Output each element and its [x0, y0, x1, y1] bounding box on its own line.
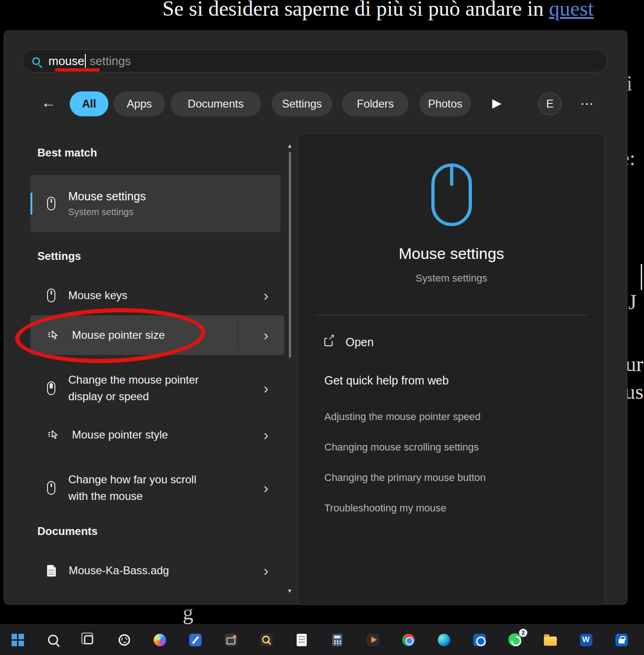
chatgpt-app[interactable] — [115, 631, 133, 649]
quick-help-header: Get quick help from web — [324, 374, 449, 387]
result-mouse-pointer-style[interactable]: Mouse pointer style › — [30, 415, 284, 455]
document-fragment: ur — [626, 352, 643, 376]
chevron-right-icon[interactable]: › — [263, 562, 268, 579]
mouse-settings-icon — [431, 163, 472, 226]
result-mouse-keys[interactable]: Mouse keys › — [30, 276, 284, 315]
word-app[interactable]: W — [577, 631, 595, 649]
scrollbar-thumb[interactable] — [289, 152, 291, 358]
password-manager-app[interactable] — [257, 631, 275, 649]
pointer-icon — [47, 329, 59, 341]
notification-badge: 2 — [519, 629, 527, 637]
document-hyperlink[interactable]: quest — [549, 0, 594, 20]
mouse-icon — [47, 381, 55, 395]
chevron-right-icon[interactable]: › — [263, 380, 268, 397]
account-avatar[interactable]: E — [538, 92, 561, 115]
help-link-pointer-speed[interactable]: Adjusting the mouse pointer speed — [324, 411, 481, 423]
whatsapp-app[interactable]: 2 — [506, 631, 524, 649]
outlook-app[interactable] — [470, 631, 489, 649]
open-icon: ↗ — [324, 338, 333, 346]
media-player-app[interactable] — [364, 631, 382, 649]
result-label: Mouse-Ka-Bass.adg — [69, 562, 169, 579]
store-icon — [615, 634, 628, 646]
search-icon — [32, 57, 40, 65]
edge-app[interactable] — [435, 631, 453, 649]
results-scrollbar[interactable]: ▲ ▼ — [286, 31, 294, 604]
open-label: Open — [346, 336, 374, 349]
chevron-right-icon[interactable]: › — [263, 287, 268, 304]
designer-app[interactable] — [186, 631, 204, 649]
result-change-scroll-distance[interactable]: Change how far you scroll with the mouse… — [30, 464, 284, 512]
start-button[interactable] — [8, 631, 27, 649]
scroll-down-icon[interactable]: ▼ — [287, 588, 292, 594]
chevron-right-icon[interactable]: › — [263, 480, 268, 497]
result-label: Mouse keys — [68, 287, 127, 304]
best-match-item[interactable]: Mouse settings System settings — [30, 175, 280, 232]
preview-title: Mouse settings — [298, 245, 604, 263]
open-action[interactable]: ↗ Open — [324, 331, 374, 353]
copilot-app[interactable] — [150, 631, 169, 649]
document-headline-text: Se si desidera saperne di più si può and… — [162, 0, 549, 20]
task-view-button[interactable] — [79, 631, 98, 649]
help-link-troubleshooting[interactable]: Troubleshooting my mouse — [324, 502, 447, 514]
text-caret — [85, 54, 86, 68]
mouse-icon — [47, 288, 55, 302]
result-label: Change the mouse pointer display or spee… — [68, 372, 202, 405]
pencil-app-icon — [189, 634, 202, 646]
more-options-button[interactable]: … — [580, 92, 595, 108]
tab-apps[interactable]: Apps — [113, 91, 165, 116]
calculator-app[interactable] — [328, 631, 346, 649]
search-input[interactable]: mouse settings — [23, 49, 608, 72]
tab-photos[interactable]: Photos — [419, 91, 471, 116]
section-header-settings: Settings — [37, 250, 81, 263]
back-icon[interactable]: ← — [41, 94, 56, 111]
document-table-edge — [641, 264, 642, 290]
preview-divider — [315, 315, 588, 315]
document-fragment: us — [625, 379, 644, 404]
windows-logo-icon — [12, 634, 17, 639]
edge-icon — [438, 634, 450, 646]
store-app[interactable] — [612, 631, 631, 649]
camera-app-icon — [225, 634, 237, 646]
chevron-right-icon[interactable]: › — [263, 327, 268, 344]
tabs-overflow-icon[interactable]: ▶ — [492, 96, 501, 110]
search-flyout: mouse settings ← All Apps Documents Sett… — [4, 30, 627, 605]
help-link-primary-button[interactable]: Changing the primary mouse button — [324, 472, 486, 484]
folder-icon — [544, 637, 557, 646]
scroll-up-icon[interactable]: ▲ — [287, 143, 292, 149]
taskbar: 2 W — [0, 624, 644, 655]
taskbar-search-button[interactable] — [44, 631, 62, 649]
tab-all[interactable]: All — [70, 91, 108, 116]
notepad-icon — [297, 634, 307, 646]
preview-subtitle: System settings — [298, 272, 604, 284]
filter-tabs: ← All Apps Documents Settings Folders Ph… — [4, 91, 627, 117]
tab-settings[interactable]: Settings — [272, 91, 332, 116]
best-match-subtitle: System settings — [68, 207, 146, 217]
open-arrow-icon: ↗ — [327, 333, 335, 341]
chrome-icon — [402, 634, 415, 646]
word-icon: W — [580, 634, 592, 646]
section-header-best-match: Best match — [37, 146, 97, 159]
settings-results-list: Mouse keys › Mouse pointer size › Change… — [30, 276, 284, 512]
result-mouse-pointer-size[interactable]: Mouse pointer size › — [30, 315, 284, 355]
help-link-scrolling[interactable]: Changing mouse scrolling settings — [324, 441, 479, 453]
document-headline: Se si desidera saperne di più si può and… — [162, 0, 644, 21]
search-query: mouse settings — [48, 54, 131, 68]
result-label: Mouse pointer size — [72, 327, 165, 343]
copilot-icon — [154, 634, 166, 646]
notepad-app[interactable] — [292, 631, 311, 649]
result-change-pointer-display-speed[interactable]: Change the mouse pointer display or spee… — [30, 365, 284, 411]
screen-capture-app[interactable] — [221, 631, 240, 649]
search-query-typed: mouse — [48, 54, 84, 68]
result-document-file[interactable]: Mouse-Ka-Bass.adg › — [30, 551, 284, 590]
chrome-app[interactable] — [399, 631, 417, 649]
result-label: Mouse pointer style — [72, 427, 168, 443]
best-match-title: Mouse settings — [68, 190, 146, 203]
selection-accent — [30, 192, 32, 215]
chevron-right-icon[interactable]: › — [263, 427, 268, 444]
calculator-icon — [332, 634, 342, 646]
key-icon — [260, 634, 273, 646]
tab-folders[interactable]: Folders — [342, 91, 409, 116]
tab-documents[interactable]: Documents — [170, 91, 261, 116]
file-explorer-app[interactable] — [541, 631, 560, 649]
mouse-icon — [47, 481, 55, 495]
